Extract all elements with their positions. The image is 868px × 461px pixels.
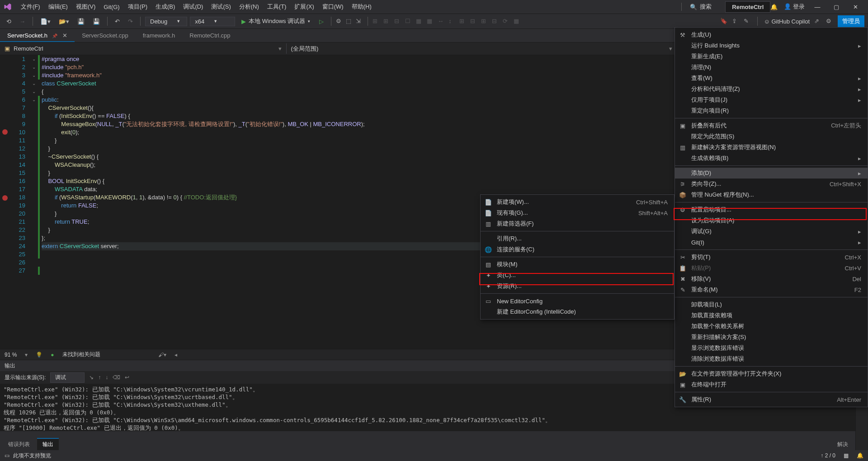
start-debug-button[interactable]: ▶ 本地 Windows 调试器 ▾ bbox=[238, 16, 314, 26]
open-button[interactable]: 📂▾ bbox=[56, 17, 72, 26]
menu-分析[interactable]: 分析(N) bbox=[236, 1, 263, 13]
ctx-清理-N-[interactable]: 清理(N) bbox=[675, 62, 868, 73]
menu-生成[interactable]: 生成(B) bbox=[152, 1, 179, 13]
redo-button[interactable]: ↷ bbox=[125, 17, 136, 26]
minimize-button[interactable]: — bbox=[811, 4, 824, 10]
brush-icon[interactable]: 🖌▾ bbox=[158, 352, 166, 358]
ctx-折叠所有后代[interactable]: ▣折叠所有后代Ctrl+左箭头 bbox=[675, 120, 868, 131]
bottom-tab-0[interactable]: 错误列表 bbox=[3, 439, 35, 450]
ctx-引用-R-[interactable]: 引用(R)... bbox=[481, 233, 674, 244]
ctx-重定向项目-R-[interactable]: 重定向项目(R) bbox=[675, 105, 868, 116]
search-box[interactable]: 🔍 搜索 bbox=[685, 2, 716, 12]
start-no-debug-button[interactable]: ▷ bbox=[316, 17, 326, 26]
ctx-查看-W-[interactable]: 查看(W)▸ bbox=[675, 73, 868, 84]
zoom-dropdown-icon[interactable]: ▾ bbox=[25, 352, 28, 358]
tab-serversocket-cpp[interactable]: ServerSocket.cpp bbox=[75, 29, 136, 42]
ctx-移除-V-[interactable]: ✖移除(V)Del bbox=[675, 273, 868, 284]
ctx-卸载项目-L-[interactable]: 卸载项目(L) bbox=[675, 299, 868, 310]
bottom-tab-1[interactable]: 输出 bbox=[37, 438, 59, 450]
copilot-button[interactable]: ☺ GitHub Copilot bbox=[764, 18, 810, 25]
live-share-icon[interactable]: ⇪ bbox=[732, 18, 739, 25]
feedback-icon[interactable]: ✎ bbox=[744, 18, 751, 25]
output-goto-icon[interactable]: ↘ bbox=[89, 374, 94, 381]
ctx-现有项-G-[interactable]: 📄现有项(G)...Shift+Alt+A bbox=[481, 207, 674, 218]
close-button[interactable]: ✕ bbox=[849, 4, 862, 10]
menu-文件[interactable]: 文件(F) bbox=[17, 1, 44, 13]
nav-scope-dropdown[interactable]: (全局范围)▾ bbox=[287, 43, 677, 55]
save-all-button[interactable]: 💾 bbox=[90, 17, 103, 26]
nav-project-dropdown[interactable]: ▣ RemoteCtrl▾ bbox=[0, 43, 287, 54]
statusbar-bell-icon[interactable]: 🔔 bbox=[857, 452, 863, 459]
maximize-button[interactable]: ▢ bbox=[830, 4, 843, 10]
scroll-left-icon[interactable]: ◂ bbox=[175, 352, 177, 358]
statusbar-git-icon[interactable]: ▦ bbox=[844, 452, 849, 459]
ctx-New-EditorConfig[interactable]: ▭New EditorConfig bbox=[481, 296, 674, 306]
ctx-加载整个依赖关系树[interactable]: 加载整个依赖关系树 bbox=[675, 321, 868, 332]
ctx-管理-NuGet-程序包-N-[interactable]: 📦管理 NuGet 程序包(N)... bbox=[675, 189, 868, 200]
output-wrap-icon[interactable]: ↩ bbox=[125, 374, 129, 381]
new-project-button[interactable]: 📄▾ bbox=[38, 17, 53, 26]
tab-serversocket-h[interactable]: ServerSocket.h 📌 ✕ bbox=[0, 29, 75, 42]
ctx-限定为此范围-S-[interactable]: 限定为此范围(S) bbox=[675, 131, 868, 142]
ctx-Git-I-[interactable]: Git(I)▸ bbox=[675, 237, 868, 248]
menu-编辑[interactable]: 编辑(E) bbox=[45, 1, 71, 13]
ctx-重新扫描解决方案-S-[interactable]: 重新扫描解决方案(S) bbox=[675, 332, 868, 343]
ctx-分析和代码清理-Z-[interactable]: 分析和代码清理(Z)▸ bbox=[675, 84, 868, 94]
menu-工具[interactable]: 工具(T) bbox=[264, 1, 290, 13]
ctx-在终端中打开[interactable]: ▣在终端中打开 bbox=[675, 379, 868, 390]
ctx-连接的服务-C-[interactable]: 🌐连接的服务(C) bbox=[481, 244, 674, 255]
source-control-status[interactable]: ↑ 2 / 0 bbox=[821, 452, 835, 459]
ctx-模块-M-[interactable]: ▧模块(M) bbox=[481, 259, 674, 270]
toolbar-icon-2[interactable]: ⬚ bbox=[346, 18, 353, 25]
signin-link[interactable]: 👤 登录 bbox=[784, 3, 805, 11]
menu-窗口[interactable]: 窗口(W) bbox=[319, 1, 347, 13]
bookmark-icon[interactable]: 🔖 bbox=[720, 18, 727, 25]
solution-explorer-collapsed-label[interactable]: 解决 bbox=[833, 439, 853, 450]
menu-帮助[interactable]: 帮助(H) bbox=[348, 1, 375, 13]
menu-测试[interactable]: 测试(S) bbox=[208, 1, 234, 13]
output-source-dropdown[interactable]: 调试 bbox=[50, 372, 85, 383]
ctx-重新生成-E-[interactable]: 重新生成(E) bbox=[675, 51, 868, 62]
project-context-menu[interactable]: ⚒生成(U)运行 Build Insights▸重新生成(E)清理(N)查看(W… bbox=[675, 27, 868, 407]
save-button[interactable]: 💾 bbox=[75, 17, 87, 26]
ctx-调试-G-[interactable]: 调试(G)▸ bbox=[675, 226, 868, 237]
ctx-在文件资源管理器中打开文件夹-X-[interactable]: 📂在文件资源管理器中打开文件夹(X) bbox=[675, 368, 868, 379]
output-next-icon[interactable]: ↓ bbox=[105, 374, 108, 381]
menu-调试[interactable]: 调试(D) bbox=[179, 1, 207, 13]
ctx-重命名-M-[interactable]: ✎重命名(M)F2 bbox=[675, 284, 868, 295]
ctx-新建筛选器-F-[interactable]: ▥新建筛选器(F) bbox=[481, 218, 674, 229]
tab-remotectrl-cpp[interactable]: RemoteCtrl.cpp bbox=[182, 29, 237, 42]
ctx-新建项-W-[interactable]: 📄新建项(W)...Ctrl+Shift+A bbox=[481, 197, 674, 207]
undo-button[interactable]: ↶ bbox=[112, 17, 123, 26]
configuration-dropdown[interactable]: Debug▼ bbox=[145, 17, 187, 26]
output-prev-icon[interactable]: ↑ bbox=[98, 374, 101, 381]
menu-git[interactable]: Git(G) bbox=[100, 2, 123, 12]
lightbulb-icon[interactable]: 💡 bbox=[36, 352, 42, 358]
ctx-运行-Build-Insights[interactable]: 运行 Build Insights▸ bbox=[675, 40, 868, 51]
settings-icon[interactable]: ⚙ bbox=[826, 18, 833, 25]
ctx-类向导-Z-[interactable]: ⚞类向导(Z)...Ctrl+Shift+X bbox=[675, 179, 868, 189]
output-clear-icon[interactable]: ⌫ bbox=[113, 374, 120, 381]
ctx-生成-U-[interactable]: ⚒生成(U) bbox=[675, 29, 868, 40]
menu-扩展[interactable]: 扩展(X) bbox=[291, 1, 317, 13]
ctx-仅用于项目-J-[interactable]: 仅用于项目(J)▸ bbox=[675, 94, 868, 105]
ctx-剪切-T-[interactable]: ✂剪切(T)Ctrl+X bbox=[675, 252, 868, 263]
toolbar-icon-3[interactable]: ⇲ bbox=[356, 18, 363, 25]
toolbar-icon-1[interactable]: ⚙ bbox=[336, 18, 343, 25]
ctx-设为启动项目-A-[interactable]: 设为启动项目(A) bbox=[675, 215, 868, 226]
back-button[interactable]: ⟲ bbox=[4, 17, 14, 26]
ctx-资源-R-[interactable]: ✦资源(R)... bbox=[481, 281, 674, 292]
ctx-加载直接依赖项[interactable]: 加载直接依赖项 bbox=[675, 310, 868, 321]
ctx-新建解决方案资源管理器视图-N-[interactable]: ▥新建解决方案资源管理器视图(N) bbox=[675, 142, 868, 153]
active-project[interactable]: RemoteCtrl bbox=[725, 1, 770, 13]
ctx-类-C-[interactable]: ✦类(C)... bbox=[481, 270, 674, 281]
ctx-生成依赖项-B-[interactable]: 生成依赖项(B)▸ bbox=[675, 153, 868, 164]
ctx-显示浏览数据库错误[interactable]: 显示浏览数据库错误 bbox=[675, 343, 868, 353]
menu-项目[interactable]: 项目(P) bbox=[124, 1, 151, 13]
tab-framework-h[interactable]: framework.h bbox=[136, 29, 183, 42]
ctx-添加-D-[interactable]: 添加(D)▸ bbox=[675, 168, 868, 179]
ctx-属性-R-[interactable]: 🔧属性(R)Alt+Enter bbox=[675, 394, 868, 405]
forward-button[interactable]: → bbox=[17, 17, 28, 26]
platform-dropdown[interactable]: x64▼ bbox=[190, 17, 235, 26]
ctx-新建-EditorConfig-IntelliCode-[interactable]: 新建 EditorConfig (IntelliCode) bbox=[481, 306, 674, 317]
